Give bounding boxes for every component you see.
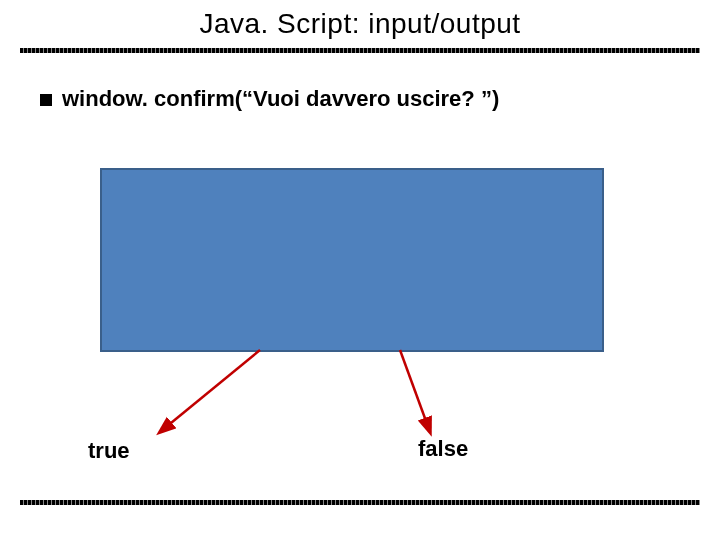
divider-bottom xyxy=(20,500,700,505)
svg-line-1 xyxy=(400,350,430,432)
slide: Java. Script: input/output window. confi… xyxy=(0,0,720,540)
label-false: false xyxy=(418,436,468,462)
label-true: true xyxy=(88,438,130,464)
